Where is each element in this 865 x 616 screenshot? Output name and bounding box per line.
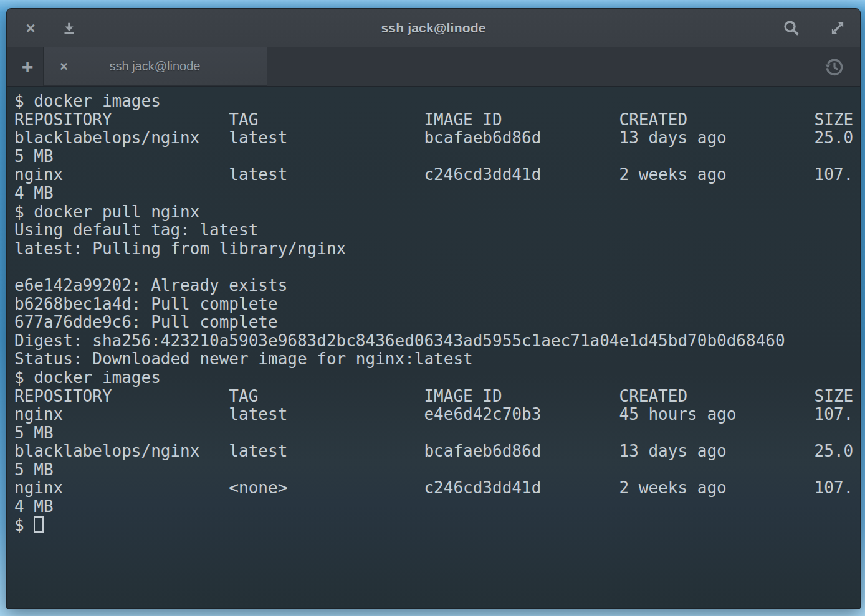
terminal-line: 4 MB — [14, 184, 860, 203]
terminal-line: 5 MB — [14, 148, 860, 166]
maximize-icon — [829, 20, 846, 36]
terminal-line: 4 MB — [14, 498, 860, 516]
terminal-line: e6e142a99202: Already exists — [14, 277, 860, 295]
titlebar[interactable]: × ssh jack@linode — [7, 9, 860, 47]
prompt-text: $ — [14, 516, 34, 535]
terminal-line: Digest: sha256:423210a5903e9683d2bc8436e… — [14, 332, 860, 351]
tab-ssh-jack-linode[interactable]: × ssh jack@linode — [43, 47, 267, 86]
window-title: ssh jack@linode — [7, 21, 860, 36]
terminal-line: blacklabelops/nginx latest bcafaeb6d86d … — [14, 129, 860, 148]
terminal-line: nginx latest c246cd3dd41d 2 weeks ago 10… — [14, 166, 860, 184]
terminal-line: Using default tag: latest — [14, 221, 860, 240]
minimize-button[interactable] — [57, 16, 82, 40]
search-button[interactable] — [779, 16, 804, 40]
terminal-output: $ docker imagesREPOSITORY TAG IMAGE ID C… — [14, 92, 860, 516]
terminal-line: b6268bec1a4d: Pull complete — [14, 295, 860, 314]
close-button[interactable]: × — [18, 16, 43, 40]
terminal-line: $ docker pull nginx — [14, 203, 860, 222]
terminal-line: blacklabelops/nginx latest bcafaeb6d86d … — [14, 442, 860, 461]
terminal-line: latest: Pulling from library/nginx — [14, 240, 860, 258]
terminal-line — [14, 258, 860, 277]
tab-close-icon[interactable]: × — [60, 60, 68, 73]
terminal-line: nginx latest e4e6d42c70b3 45 hours ago 1… — [14, 405, 860, 424]
new-tab-button[interactable]: + — [13, 52, 42, 81]
history-button[interactable] — [824, 56, 846, 78]
history-icon — [824, 57, 846, 78]
terminal-line: $ docker images — [14, 92, 860, 111]
plus-icon: + — [22, 55, 34, 78]
terminal-line: $ docker images — [14, 369, 860, 387]
terminal-prompt-line: $ — [14, 516, 860, 535]
terminal-line: 677a76dde9c6: Pull complete — [14, 313, 860, 332]
terminal-cursor — [34, 516, 44, 533]
terminal-line: nginx <none> c246cd3dd41d 2 weeks ago 10… — [14, 479, 860, 498]
terminal-line: REPOSITORY TAG IMAGE ID CREATED SIZE — [14, 387, 860, 406]
terminal-window: × ssh jack@linode — [6, 8, 861, 609]
tab-bar: + × ssh jack@linode — [7, 47, 860, 87]
terminal-line: 5 MB — [14, 461, 860, 480]
terminal-line: REPOSITORY TAG IMAGE ID CREATED SIZE — [14, 111, 860, 130]
terminal-line: Status: Downloaded newer image for nginx… — [14, 350, 860, 369]
maximize-button[interactable] — [825, 16, 850, 40]
tab-label: ssh jack@linode — [68, 59, 242, 73]
minimize-icon — [62, 21, 77, 36]
close-icon: × — [26, 20, 35, 36]
terminal-screen[interactable]: $ docker imagesREPOSITORY TAG IMAGE ID C… — [7, 88, 860, 608]
search-icon — [783, 19, 800, 37]
terminal-line: 5 MB — [14, 424, 860, 443]
